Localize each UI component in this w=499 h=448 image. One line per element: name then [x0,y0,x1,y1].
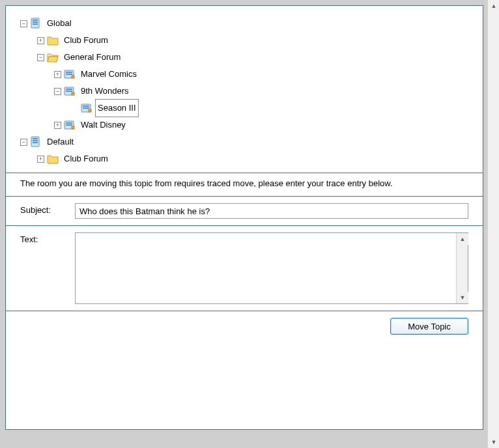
svg-rect-23 [33,142,38,143]
button-row: Move Topic [20,311,468,335]
tree-label: Default [44,133,76,151]
svg-rect-13 [83,105,89,107]
svg-rect-15 [89,109,91,112]
scroll-up-icon[interactable]: ▲ [457,233,468,245]
expand-icon[interactable]: + [37,156,44,163]
text-label: Text: [20,232,66,244]
svg-rect-10 [66,91,72,92]
expand-icon[interactable]: + [54,122,61,129]
svg-rect-5 [66,72,72,73]
text-area-wrap: ▲ ▼ [75,232,468,304]
tree-node-club-forum-2[interactable]: + Club Forum [37,150,468,167]
tree-label: Marvel Comics [78,65,139,83]
folder-closed-icon [47,153,59,165]
tree-node-global[interactable]: − Global [20,15,468,32]
svg-rect-3 [33,23,38,25]
topic-icon [64,119,76,131]
folder-closed-icon [47,35,59,46]
expand-icon[interactable]: + [37,37,44,44]
globe-icon [30,18,42,29]
tree-node-season-3[interactable]: Season III [71,100,468,117]
subject-row: Subject: [20,197,468,225]
toggle-spacer [71,105,78,112]
move-topic-panel: − Global + [5,5,483,430]
tree-node-club-forum[interactable]: + Club Forum [37,32,468,49]
topic-icon [64,85,76,97]
scroll-down-icon[interactable]: ▼ [488,436,499,448]
svg-rect-18 [66,124,72,126]
collapse-icon[interactable]: − [37,54,44,61]
scroll-down-icon[interactable]: ▼ [457,292,468,303]
forum-tree: − Global + [20,15,468,173]
tree-label: 9th Wonders [78,82,131,100]
subject-input[interactable] [75,203,468,219]
textarea-scrollbar[interactable]: ▲ ▼ [456,233,468,303]
tree-label: General Forum [61,48,123,66]
tree-node-marvel[interactable]: + Marvel Comics [54,66,468,83]
folder-open-icon [47,51,59,63]
dialog-frame: − Global + [0,0,499,448]
tree-label: Global [44,14,74,33]
collapse-icon[interactable]: − [20,139,27,146]
svg-rect-11 [72,92,74,95]
svg-rect-14 [83,107,89,109]
tree-label: Club Forum [61,150,111,168]
subject-label: Subject: [20,203,66,215]
globe-icon [30,136,42,148]
svg-rect-21 [33,138,38,139]
tree-node-walt-disney[interactable]: + Walt Disney [54,117,468,133]
svg-rect-2 [33,21,38,23]
trace-info-text: The room you are moving this topic from … [20,173,468,196]
svg-rect-1 [33,20,38,21]
tree-node-general-forum[interactable]: − General Forum [37,49,468,66]
svg-rect-7 [72,76,74,78]
svg-rect-6 [66,74,72,75]
svg-rect-9 [66,89,72,90]
svg-rect-19 [72,126,74,129]
tree-label: Club Forum [61,31,111,49]
tree-label: Walt Disney [78,116,128,134]
text-row: Text: ▲ ▼ [20,226,468,311]
topic-icon [64,68,76,80]
dialog-shell: − Global + [0,0,487,448]
tree-node-9th-wonders[interactable]: − 9th Wonders [54,83,468,100]
text-input[interactable] [76,233,456,303]
window-scrollbar[interactable]: ▲ ▼ [487,0,499,448]
collapse-icon[interactable]: − [20,20,27,27]
collapse-icon[interactable]: − [54,88,61,95]
svg-rect-17 [66,122,72,124]
tree-node-default[interactable]: − Default [20,133,468,150]
scroll-up-icon[interactable]: ▲ [488,0,499,12]
topic-icon [81,102,93,114]
move-topic-button[interactable]: Move Topic [390,318,468,335]
expand-icon[interactable]: + [54,71,61,78]
svg-rect-22 [33,140,38,141]
tree-label-selected: Season III [95,99,139,117]
